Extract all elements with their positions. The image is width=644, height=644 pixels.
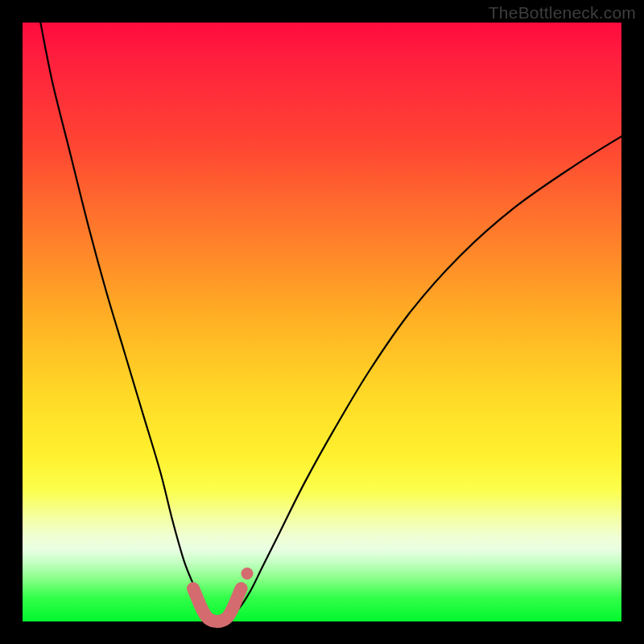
valley-highlight	[193, 588, 242, 621]
plot-area	[23, 23, 621, 621]
chart-frame: TheBottleneck.com	[0, 0, 644, 644]
bottleneck-curve	[40, 23, 621, 621]
watermark-text: TheBottleneck.com	[489, 3, 636, 23]
highlight-end-dot	[242, 568, 254, 580]
chart-svg	[23, 23, 621, 621]
